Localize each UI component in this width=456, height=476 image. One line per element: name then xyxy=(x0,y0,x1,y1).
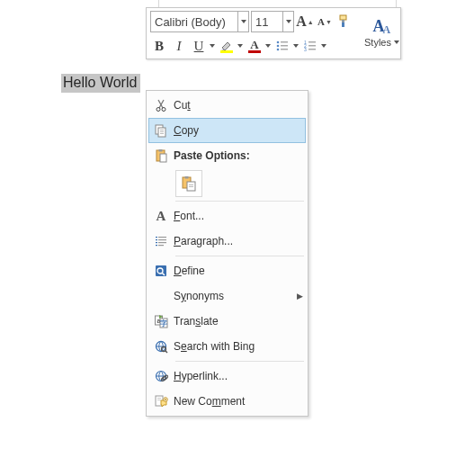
svg-point-6 xyxy=(277,41,280,44)
svg-rect-9 xyxy=(281,45,288,47)
font-name-combo[interactable]: Calibri (Body) xyxy=(150,11,249,32)
svg-point-19 xyxy=(162,108,165,112)
copy-icon xyxy=(148,123,174,138)
font-color-button[interactable]: A xyxy=(246,36,272,56)
italic-button[interactable]: I xyxy=(170,36,188,56)
submenu-arrow-icon: ▶ xyxy=(293,292,306,301)
comment-icon xyxy=(148,394,174,409)
cut-icon xyxy=(148,98,174,112)
font-icon: A xyxy=(148,209,174,224)
menu-new-comment[interactable]: New Comment xyxy=(148,389,306,414)
svg-rect-36 xyxy=(158,239,166,240)
paragraph-icon xyxy=(148,234,174,248)
menu-font-label: Font... xyxy=(174,210,306,222)
menu-paragraph-label: Paragraph... xyxy=(174,235,306,247)
svg-rect-2 xyxy=(342,22,344,27)
menu-synonyms-label: Synonyms xyxy=(174,290,293,302)
svg-rect-34 xyxy=(158,237,166,238)
menu-cut[interactable]: Cut xyxy=(148,93,306,118)
svg-rect-33 xyxy=(156,237,157,238)
format-painter-button[interactable] xyxy=(335,12,353,31)
shrink-font-button[interactable]: A▼ xyxy=(316,12,334,31)
menu-translate[interactable]: a 字 Translate xyxy=(148,309,306,334)
menu-paragraph[interactable]: Paragraph... xyxy=(148,229,306,254)
paste-icon xyxy=(148,148,174,163)
menu-copy[interactable]: Copy xyxy=(148,118,306,143)
svg-rect-57 xyxy=(157,398,161,399)
hyperlink-icon xyxy=(148,369,174,383)
menu-hyperlink[interactable]: Hyperlink... xyxy=(148,364,306,389)
styles-button[interactable]: AA Styles xyxy=(361,10,403,57)
svg-text:A: A xyxy=(250,39,259,51)
menu-hyperlink-label: Hyperlink... xyxy=(174,370,306,382)
font-name-dropdown[interactable] xyxy=(237,12,248,31)
svg-text:3: 3 xyxy=(304,47,307,52)
svg-rect-35 xyxy=(156,239,157,240)
svg-rect-1 xyxy=(342,20,344,22)
svg-rect-58 xyxy=(157,400,161,400)
svg-rect-26 xyxy=(159,149,163,152)
svg-rect-37 xyxy=(156,242,157,243)
menu-translate-label: Translate xyxy=(174,315,306,328)
svg-rect-0 xyxy=(340,15,346,20)
svg-rect-5 xyxy=(248,50,261,53)
svg-rect-31 xyxy=(189,184,193,185)
styles-label: Styles xyxy=(364,37,391,48)
svg-rect-24 xyxy=(160,133,164,134)
svg-rect-3 xyxy=(220,50,233,53)
menu-paste-options: Paste Options: xyxy=(148,143,306,168)
svg-rect-22 xyxy=(160,130,164,130)
svg-rect-13 xyxy=(308,41,316,43)
bold-button[interactable]: B xyxy=(150,36,168,56)
svg-point-8 xyxy=(277,45,280,48)
svg-rect-38 xyxy=(158,242,166,243)
grow-font-button[interactable]: A▲ xyxy=(296,12,314,31)
svg-rect-7 xyxy=(281,41,288,43)
font-size-combo[interactable]: 11 xyxy=(251,11,294,32)
svg-rect-11 xyxy=(281,49,288,50)
mini-toolbar: Calibri (Body) 11 A▲ A▼ xyxy=(146,7,401,59)
menu-new-comment-label: New Comment xyxy=(174,395,306,408)
menu-paste-options-label: Paste Options: xyxy=(174,149,306,162)
menu-copy-label: Copy xyxy=(174,124,306,137)
font-size-value: 11 xyxy=(252,15,282,29)
svg-rect-39 xyxy=(156,245,157,246)
bullets-button[interactable] xyxy=(273,36,300,56)
define-icon xyxy=(148,264,174,278)
numbering-button[interactable]: 1 2 3 xyxy=(301,36,327,56)
svg-rect-40 xyxy=(158,245,164,246)
search-icon xyxy=(148,339,174,354)
paste-keep-source-button[interactable] xyxy=(175,170,202,197)
menu-synonyms[interactable]: Synonyms ▶ xyxy=(148,283,306,309)
svg-rect-23 xyxy=(160,131,164,132)
menu-define[interactable]: Define xyxy=(148,258,306,283)
svg-text:字: 字 xyxy=(160,319,167,328)
font-name-value: Calibri (Body) xyxy=(151,15,237,29)
svg-point-18 xyxy=(156,108,160,112)
svg-rect-32 xyxy=(189,186,193,187)
svg-rect-17 xyxy=(308,49,316,50)
svg-point-10 xyxy=(277,49,280,51)
menu-define-label: Define xyxy=(174,265,306,277)
font-size-dropdown[interactable] xyxy=(282,12,293,31)
menu-search-bing-label: Search with Bing xyxy=(174,340,306,353)
menu-cut-label: Cut xyxy=(174,99,306,112)
context-menu: Cut Copy Paste Options: xyxy=(146,90,308,417)
menu-search-bing[interactable]: Search with Bing xyxy=(148,334,306,359)
svg-rect-27 xyxy=(160,154,166,162)
highlight-button[interactable] xyxy=(218,36,244,56)
svg-rect-29 xyxy=(185,176,189,179)
underline-button[interactable]: U xyxy=(190,36,216,56)
svg-rect-15 xyxy=(308,45,316,47)
svg-line-51 xyxy=(165,351,167,353)
selected-text: Hello World xyxy=(61,74,140,93)
translate-icon: a 字 xyxy=(148,314,174,328)
menu-font[interactable]: A Font... xyxy=(148,203,306,229)
